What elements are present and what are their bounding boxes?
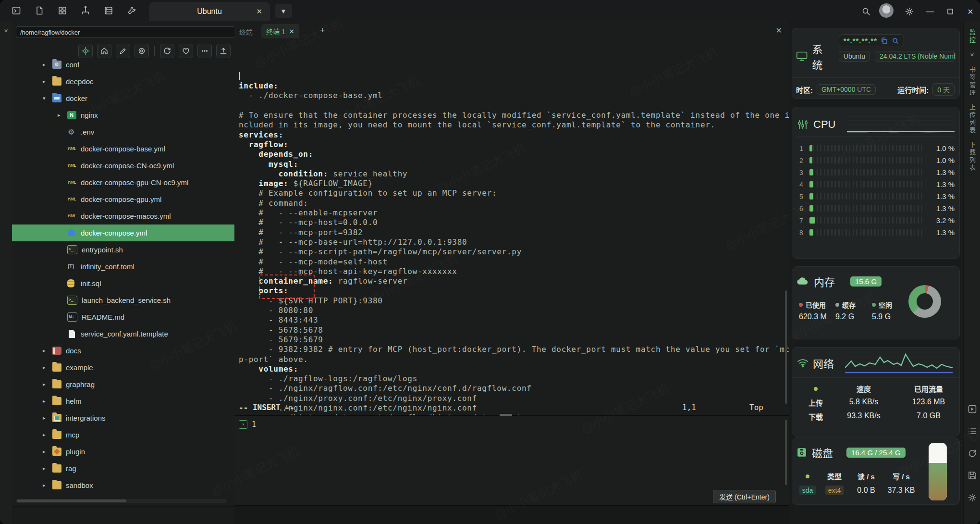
expand-arrow-icon[interactable]: ▸ xyxy=(43,78,52,85)
terminal-panel-icon[interactable] xyxy=(10,4,23,17)
disk-title: 磁盘 xyxy=(812,445,833,460)
settings-gear-icon[interactable] xyxy=(903,5,916,18)
expand-arrow-icon[interactable]: ▸ xyxy=(58,112,67,118)
tools-wrench-icon[interactable] xyxy=(125,4,138,17)
search-icon[interactable] xyxy=(859,5,873,18)
divider xyxy=(792,466,916,466)
copy-icon[interactable] xyxy=(881,37,888,45)
terminal-tab-active[interactable]: 终端 1 ✕ xyxy=(261,24,299,38)
bottom-strip xyxy=(234,505,789,524)
new-session-icon[interactable] xyxy=(33,4,46,17)
file-name: infinity_conf.toml xyxy=(81,262,135,271)
tree-row[interactable]: ▸ deepdoc xyxy=(12,73,234,90)
expand-arrow-icon[interactable]: ▸ xyxy=(43,62,52,68)
tree-row[interactable]: ▾ docker xyxy=(12,90,234,107)
tree-row[interactable]: ▸ nginx xyxy=(12,107,234,124)
right-rail-item[interactable]: 监控 xyxy=(968,29,977,44)
apps-grid-icon[interactable] xyxy=(56,4,69,17)
expand-arrow-icon[interactable]: ▸ xyxy=(43,449,52,455)
expand-arrow-icon[interactable]: ▸ xyxy=(43,381,52,387)
disk-device-badge: sda xyxy=(799,486,816,495)
connections-icon[interactable] xyxy=(79,4,92,17)
tree-row[interactable]: docker-compose-macos.yml xyxy=(12,208,234,225)
tree-row[interactable]: docker-compose.yml xyxy=(12,225,234,241)
disk-dot xyxy=(806,474,809,478)
tab-dropdown-button[interactable]: ▼ xyxy=(275,4,292,18)
minimize-button[interactable]: — xyxy=(923,5,937,18)
cloud-icon xyxy=(796,276,809,286)
tree-row[interactable]: ▸ helm xyxy=(12,393,234,410)
avatar[interactable] xyxy=(879,3,894,18)
server-list-icon[interactable] xyxy=(102,4,115,17)
terminal-scrollbar[interactable] xyxy=(785,290,787,404)
disk-usage-gauge xyxy=(929,443,947,500)
tree-row[interactable]: ▸ example xyxy=(12,359,234,376)
tree-row[interactable]: service_conf.yaml.template xyxy=(12,325,234,342)
tree-row[interactable]: ▸ intergrations xyxy=(12,410,234,426)
file-type-icon xyxy=(52,414,61,422)
send-button[interactable]: 发送 (Ctrl+Enter) xyxy=(713,490,776,503)
tree-row[interactable]: ▸ mcp xyxy=(12,426,234,443)
horizontal-scrollbar[interactable] xyxy=(16,499,227,503)
input-panel-scrollbar[interactable] xyxy=(785,420,787,485)
terminal-panel-close-icon[interactable]: ✕ xyxy=(776,26,782,35)
run-panel-icon[interactable] xyxy=(967,404,978,414)
tree-row[interactable]: infinity_conf.toml xyxy=(12,258,234,275)
memory-card: 内存 15.6 G 已使用 620.3 M 缓存 9.2 G 空闲 5.9 G xyxy=(792,266,960,339)
file-name: launch_backend_service.sh xyxy=(82,296,171,304)
lookup-icon[interactable] xyxy=(892,37,899,45)
tree-row[interactable]: docker-compose-base.yml xyxy=(12,140,234,157)
right-rail-item[interactable]: 书签管理 xyxy=(968,66,977,97)
expand-arrow-icon[interactable]: ▸ xyxy=(43,465,52,472)
expand-arrow-icon[interactable]: ▸ xyxy=(43,364,52,371)
os-version-badge: 24.04.2 LTS (Noble Numb xyxy=(875,51,956,62)
save-icon[interactable] xyxy=(967,470,978,481)
terminal-tab-close-icon[interactable]: ✕ xyxy=(289,28,294,35)
command-input-line[interactable]: › 1 xyxy=(239,420,256,429)
terminal-panel: 终端 终端 1 ✕ + ✕ include: - ./docker-compos… xyxy=(234,21,789,524)
tree-row[interactable]: ▸ plugin xyxy=(12,443,234,460)
tree-row[interactable]: ▸ graphrag xyxy=(12,376,234,393)
tree-row[interactable]: ▸ conf xyxy=(12,56,234,73)
tab-close-icon[interactable]: ✕ xyxy=(256,7,262,16)
monitor-panel-close-icon[interactable]: × xyxy=(964,51,980,59)
file-name: docker-compose-base.yml xyxy=(81,145,165,153)
tree-row[interactable]: .env xyxy=(12,124,234,140)
expand-arrow-icon[interactable]: ▸ xyxy=(43,432,52,438)
file-panel-close-icon[interactable]: × xyxy=(0,27,12,35)
add-terminal-button[interactable]: + xyxy=(320,25,325,36)
terminal-line: # - --mcp-mode=self-host xyxy=(239,257,786,267)
terminal-output[interactable]: include: - ./docker-compose-base.yml# To… xyxy=(239,42,786,433)
task-list-icon[interactable] xyxy=(967,426,978,437)
expand-arrow-icon[interactable]: ▸ xyxy=(43,348,52,354)
right-rail-item[interactable]: 下载列表 xyxy=(968,141,977,172)
file-name: deepdoc xyxy=(66,77,94,86)
tree-row[interactable]: entrypoint.sh xyxy=(12,241,234,258)
tree-row[interactable]: ▸ rag xyxy=(12,460,234,477)
expand-arrow-icon[interactable]: ▸ xyxy=(43,415,52,421)
close-button[interactable]: ✕ xyxy=(964,5,977,18)
expand-arrow-icon[interactable]: ▸ xyxy=(43,398,52,404)
tree-row[interactable]: launch_backend_service.sh xyxy=(12,292,234,309)
tree-row[interactable]: ▸ sandbox xyxy=(12,477,234,494)
terminal-line: # - --mcp-script-path=/ragflow/mcp/serve… xyxy=(239,247,786,257)
download-label: 下载 xyxy=(799,412,833,422)
command-input-panel[interactable]: › 1 发送 (Ctrl+Enter) xyxy=(234,416,789,505)
tab-ubuntu[interactable]: Ubuntu ✕ xyxy=(149,2,270,21)
right-rail-item[interactable]: 上传列表 xyxy=(968,104,977,135)
tree-row[interactable]: ▸ docs xyxy=(12,342,234,359)
uptime-value: 0 天 xyxy=(932,83,955,96)
path-input[interactable] xyxy=(16,26,235,38)
settings-gear-icon[interactable] xyxy=(967,492,978,503)
refresh-icon[interactable] xyxy=(967,448,978,459)
tree-row[interactable]: README.md xyxy=(12,309,234,325)
tree-row[interactable]: docker-compose-gpu.yml xyxy=(12,191,234,208)
tree-row[interactable]: docker-compose-gpu-CN-oc9.yml xyxy=(12,174,234,191)
expand-arrow-icon[interactable]: ▾ xyxy=(43,95,52,101)
terminal-tab-group[interactable]: 终端 xyxy=(239,27,253,37)
tree-row[interactable]: docker-compose-CN-oc9.yml xyxy=(12,157,234,174)
scrollbar-thumb[interactable] xyxy=(17,499,126,502)
tree-row[interactable]: init.sql xyxy=(12,275,234,292)
expand-arrow-icon[interactable]: ▸ xyxy=(43,482,52,488)
maximize-button[interactable] xyxy=(943,5,957,18)
